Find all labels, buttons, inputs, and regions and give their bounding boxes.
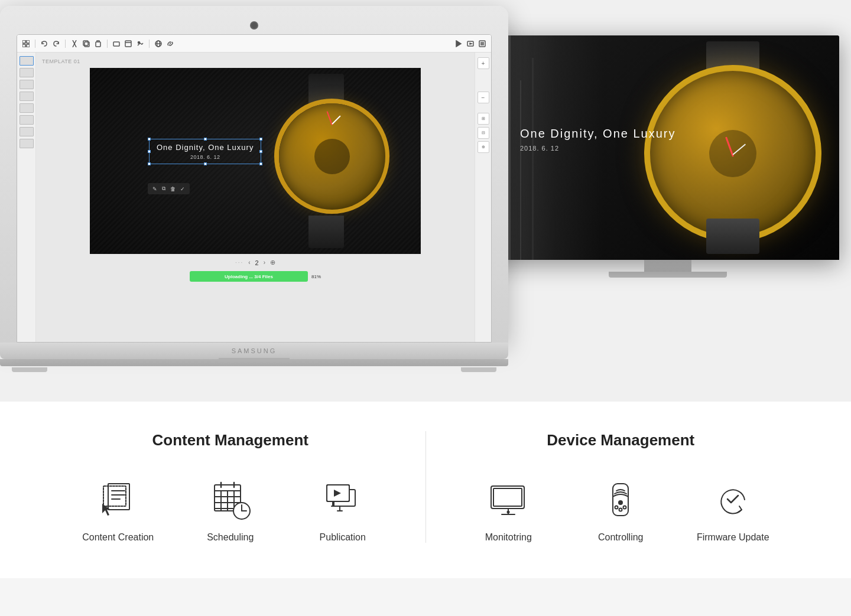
zoom-out-button[interactable]: − (478, 92, 489, 103)
next-page-button[interactable]: › (264, 259, 265, 266)
toolbar-undo[interactable] (40, 40, 48, 48)
slide-canvas[interactable]: One Dignity, One Luxury 2018. 6. 12 ✎ ⧉ … (90, 68, 421, 254)
editor-canvas-area: TEMPLATE 01 (36, 53, 475, 342)
slide-title-text: One Dignity, One Luxury (157, 143, 254, 152)
toolbar-play[interactable] (454, 40, 463, 48)
prev-page-button[interactable]: ‹ (248, 259, 250, 266)
float-duplicate-icon[interactable]: ⧉ (162, 185, 165, 192)
float-edit-icon[interactable]: ✎ (152, 186, 157, 192)
current-page: 2 (255, 259, 259, 266)
layers-button[interactable]: ⊕ (478, 141, 489, 153)
content-features-row: Content Creation (47, 479, 414, 543)
editor-right-tools: + − ⊞ ⊟ ⊕ (475, 53, 491, 342)
toolbar-link[interactable] (166, 40, 174, 48)
handle-ml[interactable] (148, 150, 151, 153)
laptop-screen: TEMPLATE 01 (17, 34, 492, 343)
toolbar-globe[interactable] (154, 40, 163, 48)
controlling-label: Controlling (598, 532, 643, 543)
slide-thumb-4[interactable] (20, 92, 34, 101)
content-creation-icon (98, 479, 139, 520)
toolbar-cut[interactable] (70, 40, 79, 48)
monitor-slide-title: One Dignity, One Luxury (520, 127, 676, 141)
handle-mt[interactable] (204, 138, 207, 141)
upload-bar-container: Uploading ... 3/4 Files 81% (190, 271, 321, 282)
slide-thumb-2[interactable] (20, 68, 34, 77)
handle-br[interactable] (259, 162, 262, 165)
toolbar-copy[interactable] (82, 40, 90, 48)
svg-point-59 (623, 506, 626, 509)
feature-monitoring: Monitotring (470, 479, 547, 543)
svg-point-54 (508, 511, 509, 513)
svg-rect-6 (85, 42, 89, 47)
feature-scheduling: Scheduling (192, 479, 269, 543)
watch-image (267, 74, 397, 248)
monitor-screen: One Dignity, One Luxury 2018. 6. 12 (485, 35, 839, 260)
laptop-brand: SAMSUNG (232, 347, 277, 354)
toolbar-divider-4 (149, 40, 150, 48)
fit-button[interactable]: ⊞ (478, 113, 489, 125)
watch-face (279, 103, 385, 210)
handle-mb[interactable] (204, 162, 207, 165)
feature-content-creation: Content Creation (80, 479, 157, 543)
svg-rect-50 (491, 486, 524, 509)
content-management-block: Content Management (47, 431, 414, 543)
toolbar-media[interactable] (136, 40, 144, 48)
info-section: Content Management (0, 402, 851, 578)
handle-mr[interactable] (259, 150, 262, 153)
float-check-icon[interactable]: ✓ (180, 186, 185, 192)
handle-tl[interactable] (148, 138, 151, 141)
slide-thumb-7[interactable] (20, 127, 34, 136)
firmware-update-label: Firmware Update (697, 532, 769, 543)
monitor-slide-date: 2018. 6. 12 (520, 145, 559, 152)
slide-thumb-6[interactable] (20, 115, 34, 125)
watch-strap-bottom (308, 216, 344, 248)
add-page-button[interactable]: ⊕ (270, 259, 275, 266)
editor-area: TEMPLATE 01 (17, 53, 491, 342)
monitor-watch-strap-bottom (706, 219, 759, 254)
slide-thumb-1[interactable] (20, 56, 34, 66)
svg-rect-2 (22, 44, 25, 47)
svg-rect-7 (83, 41, 88, 45)
laptop-camera (251, 22, 257, 28)
toolbar-redo[interactable] (52, 40, 60, 48)
upload-status-text: Uploading ... 3/4 Files (225, 274, 273, 279)
slide-thumb-3[interactable] (20, 80, 34, 89)
slide-thumb-8[interactable] (20, 139, 34, 148)
scheduling-label: Scheduling (207, 532, 254, 543)
monitor-base (609, 272, 727, 278)
slide-text-box[interactable]: One Dignity, One Luxury 2018. 6. 12 (149, 139, 261, 164)
slide-thumb-5[interactable] (20, 103, 34, 113)
grid-button[interactable]: ⊟ (478, 127, 489, 139)
float-delete-icon[interactable]: 🗑 (170, 186, 176, 192)
svg-rect-23 (103, 486, 126, 506)
monitoring-label: Monitotring (485, 532, 532, 543)
toolbar-shape[interactable] (112, 40, 121, 48)
svg-point-12 (138, 41, 140, 43)
slide-panel (17, 53, 36, 342)
laptop-hinge (219, 358, 290, 361)
monitor: One Dignity, One Luxury 2018. 6. 12 (485, 35, 851, 278)
toolbar-preview[interactable] (466, 40, 475, 48)
monitor-watch-image (638, 41, 827, 254)
device-features-row: Monitotring (438, 479, 804, 543)
svg-rect-10 (125, 41, 131, 47)
toolbar-paste[interactable] (94, 40, 102, 48)
feature-publication: Publication (304, 479, 381, 543)
content-creation-label: Content Creation (82, 532, 154, 543)
page-dots: ··· (235, 259, 243, 266)
handle-tr[interactable] (259, 138, 262, 141)
device-management-title: Device Management (438, 431, 804, 449)
svg-rect-9 (113, 42, 119, 46)
toolbar-layout[interactable] (124, 40, 132, 48)
template-label: TEMPLATE 01 (42, 58, 80, 64)
feature-firmware-update: Firmware Update (694, 479, 771, 543)
zoom-in-button[interactable]: + (478, 57, 489, 69)
toolbar-divider-2 (65, 40, 66, 48)
toolbar-icon-grid[interactable] (22, 40, 30, 48)
toolbar-divider-1 (35, 40, 35, 48)
handle-bl[interactable] (148, 162, 151, 165)
toolbar-more[interactable] (478, 40, 486, 48)
laptop-body: TEMPLATE 01 (0, 6, 508, 343)
svg-point-57 (615, 506, 618, 509)
section-divider (426, 431, 426, 543)
